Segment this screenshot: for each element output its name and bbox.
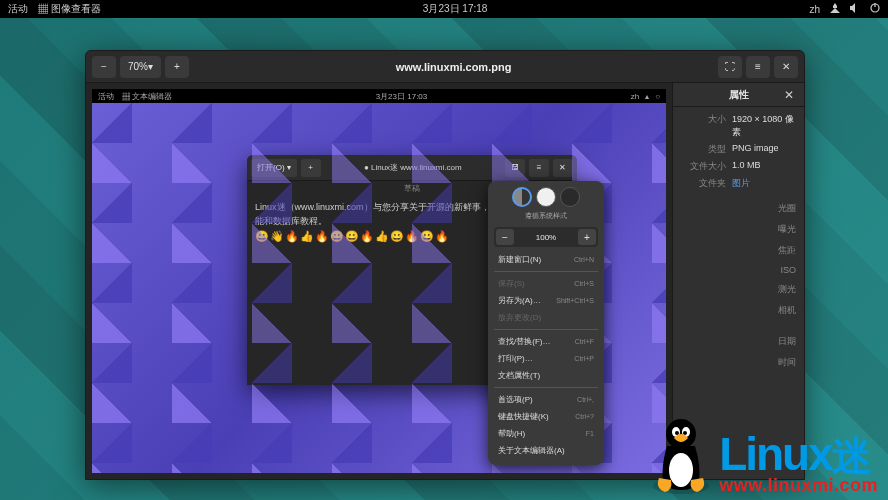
gnome-topbar: 活动 ▦ 图像查看器 3月23日 17:18 zh (0, 0, 888, 18)
editor-close-button[interactable]: ✕ (553, 159, 573, 177)
editor-menu-button[interactable]: ≡ (529, 159, 549, 177)
tux-icon (647, 416, 715, 496)
ime-indicator[interactable]: zh (809, 4, 820, 15)
prop-date: 日期 (673, 329, 804, 350)
network-icon[interactable] (830, 3, 840, 15)
editor-popover-menu: 遵循系统样式 − 100% + 新建窗口(N)Ctrl+N保存(S)Ctrl+S… (488, 181, 604, 465)
watermark-url: www.linuxmi.com (719, 475, 878, 496)
menu-item: 放弃更改(D) (494, 309, 598, 326)
theme-dark[interactable] (560, 187, 580, 207)
popover-zoom-out[interactable]: − (496, 229, 514, 245)
svg-point-6 (675, 431, 679, 435)
prop-time: 时间 (673, 350, 804, 371)
menu-item[interactable]: 打印(P)…Ctrl+P (494, 350, 598, 367)
activities-button[interactable]: 活动 (8, 2, 28, 16)
prop-camera: 相机 (673, 298, 804, 319)
zoom-level[interactable]: 70% ▾ (120, 56, 161, 78)
prop-metering: 测光 (673, 277, 804, 298)
inner-wallpaper: 打开(O) ▾ + ● Linux迷 www.linuxmi.com 🖫 ≡ ✕… (92, 103, 666, 473)
menu-item[interactable]: 另存为(A)…Shift+Ctrl+S (494, 292, 598, 309)
popover-zoom-in[interactable]: + (578, 229, 596, 245)
new-tab-button[interactable]: + (301, 159, 321, 177)
image-canvas[interactable]: 活动 ▦ 文本编辑器 3月23日 17:03 zh ▴ ○ (86, 83, 672, 479)
app-menu[interactable]: ▦ 图像查看器 (38, 2, 101, 16)
svg-point-3 (669, 453, 693, 487)
zoom-in-button[interactable]: + (165, 56, 189, 78)
open-button[interactable]: 打开(O) ▾ (251, 159, 297, 177)
inner-clock: 3月23日 17:03 (376, 91, 428, 102)
zoom-out-button[interactable]: − (92, 56, 116, 78)
fullscreen-button[interactable]: ⛶ (718, 56, 742, 78)
volume-icon[interactable] (850, 3, 860, 15)
prop-exposure: 曝光 (673, 217, 804, 238)
menu-item[interactable]: 查找/替换(F)…Ctrl+F (494, 333, 598, 350)
svg-rect-1 (874, 3, 875, 7)
prop-size: 1920 × 1080 像素 (726, 113, 796, 139)
inner-status-icon: ▴ (645, 92, 649, 101)
close-button[interactable]: ✕ (774, 56, 798, 78)
panel-title: 属性 (697, 88, 780, 102)
inner-ime: zh (631, 92, 639, 101)
prop-filesize: 1.0 MB (726, 160, 796, 173)
inner-app-menu: ▦ 文本编辑器 (122, 91, 172, 102)
viewer-headerbar: − 70% ▾ + www.linuxmi.com.png ⛶ ≡ ✕ (86, 51, 804, 83)
prop-iso: ISO (673, 259, 804, 277)
menu-item[interactable]: 帮助(H)F1 (494, 425, 598, 442)
power-icon[interactable] (870, 3, 880, 15)
menu-item[interactable]: 关于文本编辑器(A) (494, 442, 598, 459)
panel-close-button[interactable]: ✕ (780, 86, 798, 104)
clock[interactable]: 3月23日 17:18 (423, 2, 488, 16)
menu-item[interactable]: 键盘快捷键(K)Ctrl+? (494, 408, 598, 425)
menu-item[interactable]: 文档属性(T) (494, 367, 598, 384)
svg-point-8 (683, 431, 687, 435)
inner-activities: 活动 (98, 91, 114, 102)
prop-folder-link[interactable]: 图片 (726, 177, 796, 190)
watermark: Linux迷 www.linuxmi.com (647, 416, 878, 496)
prop-type: PNG image (726, 143, 796, 156)
inner-status-icon: ○ (655, 92, 660, 101)
theme-system[interactable] (512, 187, 532, 207)
save-button[interactable]: 🖫 (505, 159, 525, 177)
menu-item[interactable]: 首选项(P)Ctrl+, (494, 391, 598, 408)
prop-focal: 焦距 (673, 238, 804, 259)
editor-title: ● Linux迷 www.linuxmi.com (364, 162, 462, 173)
window-title: www.linuxmi.com.png (396, 61, 512, 73)
theme-light[interactable] (536, 187, 556, 207)
displayed-image: 活动 ▦ 文本编辑器 3月23日 17:03 zh ▴ ○ (92, 89, 666, 473)
popover-zoom-value: 100% (536, 233, 556, 242)
menu-item[interactable]: 新建窗口(N)Ctrl+N (494, 251, 598, 268)
hamburger-menu-button[interactable]: ≡ (746, 56, 770, 78)
theme-label: 遵循系统样式 (494, 211, 598, 221)
menu-item: 保存(S)Ctrl+S (494, 275, 598, 292)
prop-aperture: 光圈 (673, 196, 804, 217)
